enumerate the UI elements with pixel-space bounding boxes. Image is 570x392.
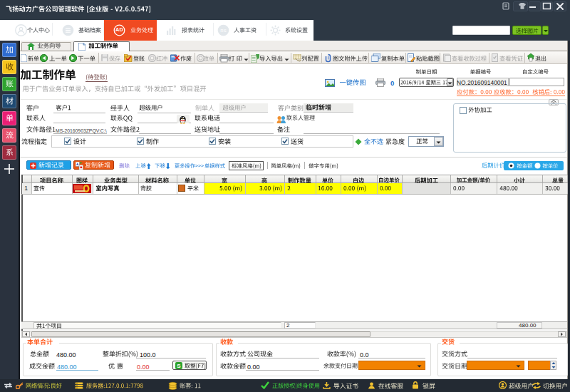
svg-text:RS: RS <box>220 29 226 33</box>
svg-text:S: S <box>177 363 181 369</box>
